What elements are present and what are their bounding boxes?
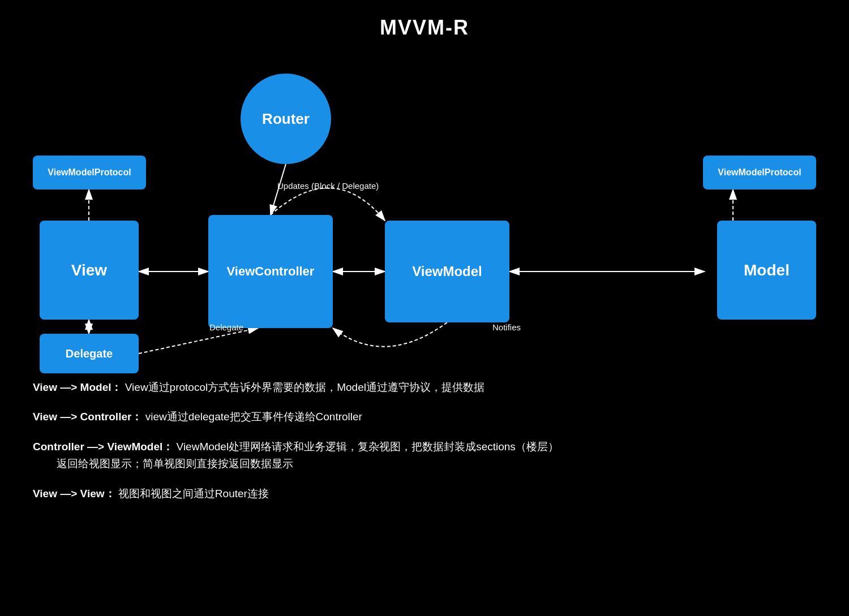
viewcontroller-node: ViewController: [208, 215, 333, 328]
updates-label: Updates (Block / Delegate): [277, 181, 379, 191]
vmp-right-label: ViewModelProtocol: [718, 167, 801, 178]
page-title: MVVM-R: [0, 0, 849, 40]
desc-line-2: View —> Controller： view通过delegate把交互事件传…: [33, 408, 816, 425]
desc-1-text: View通过protocol方式告诉外界需要的数据，Model通过遵守协议，提供…: [122, 381, 484, 393]
router-label: Router: [262, 110, 310, 128]
router-node: Router: [241, 74, 331, 164]
vmp-right-node: ViewModelProtocol: [703, 156, 816, 189]
model-node: Model: [717, 221, 816, 320]
desc-4-bold: View —> View：: [33, 488, 115, 499]
notifies-label: Notifies: [492, 322, 521, 332]
desc-line-4: View —> View： 视图和视图之间通过Router连接: [33, 485, 816, 502]
delegate-node: Delegate: [40, 334, 139, 373]
desc-line-1: View —> Model： View通过protocol方式告诉外界需要的数据…: [33, 379, 816, 396]
vmp-left-label: ViewModelProtocol: [48, 167, 131, 178]
viewmodel-node: ViewModel: [385, 221, 509, 322]
description-section: View —> Model： View通过protocol方式告诉外界需要的数据…: [33, 379, 816, 515]
desc-4-text: 视图和视图之间通过Router连接: [115, 488, 269, 499]
delegate-label: Delegate: [66, 347, 113, 360]
view-label: View: [71, 261, 107, 279]
model-label: Model: [744, 261, 790, 279]
desc-2-text: view通过delegate把交互事件传递给Controller: [142, 411, 362, 423]
delegate-arrow-label: Delegate: [209, 322, 243, 332]
vm-label: ViewModel: [412, 264, 482, 279]
desc-line-3: Controller —> ViewModel： ViewModel处理网络请求…: [33, 438, 816, 473]
vc-label: ViewController: [227, 264, 315, 279]
desc-3-bold: Controller —> ViewModel：: [33, 441, 173, 453]
view-node: View: [40, 221, 139, 320]
vmp-left-node: ViewModelProtocol: [33, 156, 146, 189]
desc-2-bold: View —> Controller：: [33, 411, 142, 423]
desc-1-bold: View —> Model：: [33, 381, 122, 393]
